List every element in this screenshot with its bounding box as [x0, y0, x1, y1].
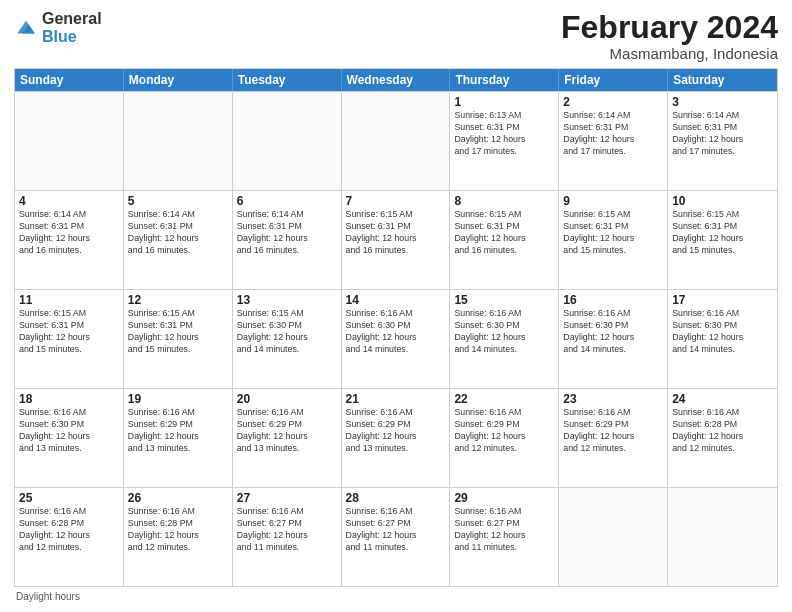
day-info: Sunrise: 6:14 AM Sunset: 6:31 PM Dayligh…: [672, 110, 773, 158]
cal-cell-10: 10Sunrise: 6:15 AM Sunset: 6:31 PM Dayli…: [668, 191, 777, 289]
day-info: Sunrise: 6:16 AM Sunset: 6:30 PM Dayligh…: [19, 407, 119, 455]
cal-cell-8: 8Sunrise: 6:15 AM Sunset: 6:31 PM Daylig…: [450, 191, 559, 289]
cal-cell-22: 22Sunrise: 6:16 AM Sunset: 6:29 PM Dayli…: [450, 389, 559, 487]
day-number: 10: [672, 194, 773, 208]
day-info: Sunrise: 6:14 AM Sunset: 6:31 PM Dayligh…: [563, 110, 663, 158]
cal-cell-20: 20Sunrise: 6:16 AM Sunset: 6:29 PM Dayli…: [233, 389, 342, 487]
day-info: Sunrise: 6:16 AM Sunset: 6:29 PM Dayligh…: [346, 407, 446, 455]
cal-cell-4: 4Sunrise: 6:14 AM Sunset: 6:31 PM Daylig…: [15, 191, 124, 289]
day-number: 8: [454, 194, 554, 208]
day-number: 17: [672, 293, 773, 307]
day-info: Sunrise: 6:16 AM Sunset: 6:27 PM Dayligh…: [346, 506, 446, 554]
day-number: 6: [237, 194, 337, 208]
cal-cell-17: 17Sunrise: 6:16 AM Sunset: 6:30 PM Dayli…: [668, 290, 777, 388]
day-number: 19: [128, 392, 228, 406]
cal-cell-9: 9Sunrise: 6:15 AM Sunset: 6:31 PM Daylig…: [559, 191, 668, 289]
day-number: 11: [19, 293, 119, 307]
day-info: Sunrise: 6:15 AM Sunset: 6:31 PM Dayligh…: [672, 209, 773, 257]
header: General Blue February 2024 Masmambang, I…: [14, 10, 778, 62]
cal-cell-16: 16Sunrise: 6:16 AM Sunset: 6:30 PM Dayli…: [559, 290, 668, 388]
cal-header-cell-thursday: Thursday: [450, 69, 559, 91]
day-number: 24: [672, 392, 773, 406]
cal-row-0: 1Sunrise: 6:13 AM Sunset: 6:31 PM Daylig…: [15, 91, 777, 190]
day-info: Sunrise: 6:15 AM Sunset: 6:31 PM Dayligh…: [563, 209, 663, 257]
cal-cell-26: 26Sunrise: 6:16 AM Sunset: 6:28 PM Dayli…: [124, 488, 233, 586]
logo-text: General Blue: [42, 10, 102, 45]
day-info: Sunrise: 6:16 AM Sunset: 6:30 PM Dayligh…: [563, 308, 663, 356]
logo-icon: [14, 16, 38, 40]
day-number: 16: [563, 293, 663, 307]
day-number: 27: [237, 491, 337, 505]
cal-row-4: 25Sunrise: 6:16 AM Sunset: 6:28 PM Dayli…: [15, 487, 777, 586]
cal-cell-23: 23Sunrise: 6:16 AM Sunset: 6:29 PM Dayli…: [559, 389, 668, 487]
day-number: 5: [128, 194, 228, 208]
day-info: Sunrise: 6:16 AM Sunset: 6:30 PM Dayligh…: [454, 308, 554, 356]
day-info: Sunrise: 6:16 AM Sunset: 6:29 PM Dayligh…: [128, 407, 228, 455]
day-info: Sunrise: 6:13 AM Sunset: 6:31 PM Dayligh…: [454, 110, 554, 158]
day-info: Sunrise: 6:16 AM Sunset: 6:30 PM Dayligh…: [346, 308, 446, 356]
day-info: Sunrise: 6:16 AM Sunset: 6:29 PM Dayligh…: [237, 407, 337, 455]
cal-cell-6: 6Sunrise: 6:14 AM Sunset: 6:31 PM Daylig…: [233, 191, 342, 289]
day-number: 29: [454, 491, 554, 505]
logo: General Blue: [14, 10, 102, 45]
day-info: Sunrise: 6:16 AM Sunset: 6:27 PM Dayligh…: [454, 506, 554, 554]
footer-note: Daylight hours: [14, 591, 778, 602]
cal-cell-empty-0-1: [124, 92, 233, 190]
cal-header-cell-sunday: Sunday: [15, 69, 124, 91]
calendar-header: SundayMondayTuesdayWednesdayThursdayFrid…: [15, 69, 777, 91]
cal-header-cell-monday: Monday: [124, 69, 233, 91]
cal-cell-25: 25Sunrise: 6:16 AM Sunset: 6:28 PM Dayli…: [15, 488, 124, 586]
subtitle: Masmambang, Indonesia: [561, 45, 778, 62]
logo-blue-text: Blue: [42, 28, 102, 46]
day-number: 15: [454, 293, 554, 307]
cal-cell-11: 11Sunrise: 6:15 AM Sunset: 6:31 PM Dayli…: [15, 290, 124, 388]
cal-cell-29: 29Sunrise: 6:16 AM Sunset: 6:27 PM Dayli…: [450, 488, 559, 586]
day-info: Sunrise: 6:15 AM Sunset: 6:31 PM Dayligh…: [19, 308, 119, 356]
title-block: February 2024 Masmambang, Indonesia: [561, 10, 778, 62]
day-number: 14: [346, 293, 446, 307]
cal-header-cell-saturday: Saturday: [668, 69, 777, 91]
cal-header-cell-friday: Friday: [559, 69, 668, 91]
cal-cell-19: 19Sunrise: 6:16 AM Sunset: 6:29 PM Dayli…: [124, 389, 233, 487]
day-number: 26: [128, 491, 228, 505]
day-number: 1: [454, 95, 554, 109]
cal-cell-empty-0-2: [233, 92, 342, 190]
day-info: Sunrise: 6:16 AM Sunset: 6:28 PM Dayligh…: [672, 407, 773, 455]
day-number: 2: [563, 95, 663, 109]
day-info: Sunrise: 6:14 AM Sunset: 6:31 PM Dayligh…: [19, 209, 119, 257]
cal-cell-24: 24Sunrise: 6:16 AM Sunset: 6:28 PM Dayli…: [668, 389, 777, 487]
day-number: 25: [19, 491, 119, 505]
cal-cell-empty-0-0: [15, 92, 124, 190]
cal-cell-5: 5Sunrise: 6:14 AM Sunset: 6:31 PM Daylig…: [124, 191, 233, 289]
cal-cell-21: 21Sunrise: 6:16 AM Sunset: 6:29 PM Dayli…: [342, 389, 451, 487]
cal-cell-1: 1Sunrise: 6:13 AM Sunset: 6:31 PM Daylig…: [450, 92, 559, 190]
page: General Blue February 2024 Masmambang, I…: [0, 0, 792, 612]
calendar-body: 1Sunrise: 6:13 AM Sunset: 6:31 PM Daylig…: [15, 91, 777, 586]
day-info: Sunrise: 6:14 AM Sunset: 6:31 PM Dayligh…: [128, 209, 228, 257]
cal-row-2: 11Sunrise: 6:15 AM Sunset: 6:31 PM Dayli…: [15, 289, 777, 388]
day-number: 21: [346, 392, 446, 406]
day-info: Sunrise: 6:16 AM Sunset: 6:27 PM Dayligh…: [237, 506, 337, 554]
day-info: Sunrise: 6:15 AM Sunset: 6:30 PM Dayligh…: [237, 308, 337, 356]
cal-cell-12: 12Sunrise: 6:15 AM Sunset: 6:31 PM Dayli…: [124, 290, 233, 388]
day-info: Sunrise: 6:15 AM Sunset: 6:31 PM Dayligh…: [454, 209, 554, 257]
day-number: 28: [346, 491, 446, 505]
day-number: 3: [672, 95, 773, 109]
cal-cell-28: 28Sunrise: 6:16 AM Sunset: 6:27 PM Dayli…: [342, 488, 451, 586]
day-number: 20: [237, 392, 337, 406]
day-number: 22: [454, 392, 554, 406]
cal-cell-27: 27Sunrise: 6:16 AM Sunset: 6:27 PM Dayli…: [233, 488, 342, 586]
cal-cell-3: 3Sunrise: 6:14 AM Sunset: 6:31 PM Daylig…: [668, 92, 777, 190]
day-number: 9: [563, 194, 663, 208]
cal-row-1: 4Sunrise: 6:14 AM Sunset: 6:31 PM Daylig…: [15, 190, 777, 289]
day-info: Sunrise: 6:16 AM Sunset: 6:29 PM Dayligh…: [454, 407, 554, 455]
cal-cell-18: 18Sunrise: 6:16 AM Sunset: 6:30 PM Dayli…: [15, 389, 124, 487]
cal-cell-empty-4-6: [668, 488, 777, 586]
logo-general-text: General: [42, 10, 102, 28]
cal-cell-empty-4-5: [559, 488, 668, 586]
day-number: 23: [563, 392, 663, 406]
cal-cell-2: 2Sunrise: 6:14 AM Sunset: 6:31 PM Daylig…: [559, 92, 668, 190]
cal-row-3: 18Sunrise: 6:16 AM Sunset: 6:30 PM Dayli…: [15, 388, 777, 487]
main-title: February 2024: [561, 10, 778, 45]
day-info: Sunrise: 6:16 AM Sunset: 6:28 PM Dayligh…: [19, 506, 119, 554]
